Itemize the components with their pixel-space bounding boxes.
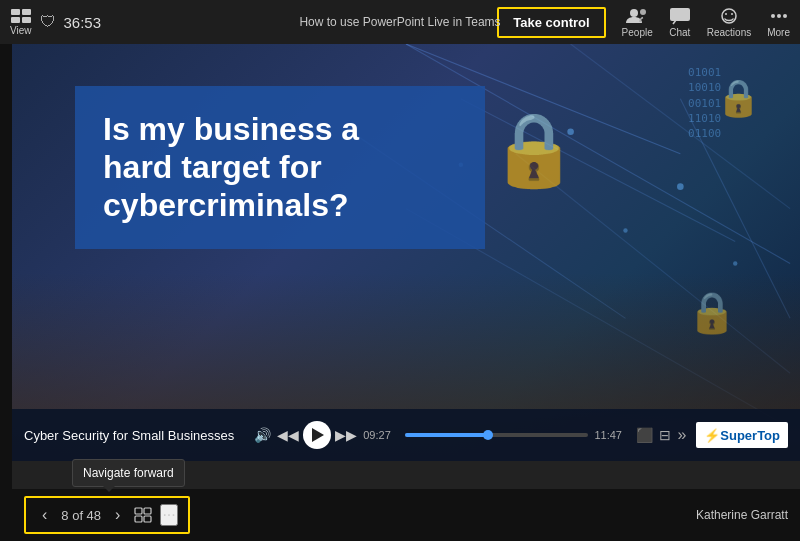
logo-text: ⚡SuperTop bbox=[704, 428, 780, 443]
top-bar-left: View 🛡 36:53 bbox=[10, 9, 101, 36]
svg-point-19 bbox=[733, 261, 737, 265]
forward-button[interactable]: ▶▶ bbox=[335, 427, 357, 443]
left-sidebar bbox=[0, 44, 12, 541]
window-title: How to use PowerPoint Live in Teams bbox=[299, 15, 500, 29]
reactions-nav[interactable]: Reactions bbox=[707, 7, 751, 38]
slide-nav-controls: ‹ 8 of 48 › ··· bbox=[24, 496, 190, 534]
more-label: More bbox=[767, 27, 790, 38]
audio-player: 🔊 ◀◀ ▶▶ 09:27 11:47 ⬛ bbox=[254, 421, 686, 449]
logo-area: ⚡SuperTop bbox=[696, 422, 788, 448]
more-icon bbox=[768, 7, 790, 25]
time-start: 09:27 bbox=[363, 429, 399, 441]
timer-display: 36:53 bbox=[64, 14, 102, 31]
slide-title-box: Is my business a hard target for cybercr… bbox=[75, 86, 485, 249]
people-label: People bbox=[622, 27, 653, 38]
view-icon bbox=[11, 9, 31, 23]
prev-slide-button[interactable]: ‹ bbox=[36, 502, 53, 528]
navigate-forward-tooltip: Navigate forward bbox=[72, 459, 185, 487]
svg-rect-24 bbox=[135, 516, 142, 522]
svg-rect-22 bbox=[135, 508, 142, 514]
svg-point-7 bbox=[777, 14, 781, 18]
chat-nav[interactable]: Chat bbox=[669, 7, 691, 38]
time-end: 11:47 bbox=[594, 429, 630, 441]
chat-label: Chat bbox=[669, 27, 690, 38]
svg-rect-23 bbox=[144, 508, 151, 514]
player-controls: ◀◀ ▶▶ bbox=[277, 421, 357, 449]
rewind-button[interactable]: ◀◀ bbox=[277, 427, 299, 443]
play-button[interactable] bbox=[303, 421, 331, 449]
svg-rect-2 bbox=[670, 8, 690, 21]
svg-point-20 bbox=[623, 228, 627, 232]
slide-subtitle: Cyber Security for Small Businesses bbox=[24, 428, 234, 443]
main-area: 01001 10010 00101 11010 01100 🔒 🔒 🔒 Is m… bbox=[0, 44, 800, 541]
svg-point-5 bbox=[731, 13, 733, 15]
slide-bottom-bar: Cyber Security for Small Businesses 🔊 ◀◀… bbox=[12, 409, 800, 461]
user-name: Katherine Garratt bbox=[696, 508, 788, 522]
top-bar-right: Take control People Chat bbox=[497, 7, 790, 38]
svg-point-0 bbox=[630, 9, 638, 17]
people-icon bbox=[626, 7, 648, 25]
screen-icon[interactable]: ⬛ bbox=[636, 427, 653, 443]
play-triangle bbox=[312, 428, 324, 442]
view-label: View bbox=[10, 25, 32, 36]
lock-small-icon: 🔒 bbox=[716, 77, 761, 119]
more-nav[interactable]: More bbox=[767, 7, 790, 38]
reactions-label: Reactions bbox=[707, 27, 751, 38]
reactions-icon bbox=[718, 7, 740, 25]
volume-icon[interactable]: 🔊 bbox=[254, 427, 271, 443]
slide-counter: 8 of 48 bbox=[61, 508, 101, 523]
people-nav[interactable]: People bbox=[622, 7, 653, 38]
thumbnail-icon[interactable] bbox=[134, 507, 152, 523]
svg-point-4 bbox=[725, 13, 727, 15]
svg-rect-25 bbox=[144, 516, 151, 522]
lock-main-icon: 🔒 bbox=[489, 107, 579, 192]
bottom-controls: ‹ 8 of 48 › ··· Navigate forward Katheri… bbox=[12, 489, 800, 541]
svg-point-8 bbox=[783, 14, 787, 18]
svg-point-1 bbox=[640, 9, 646, 15]
progress-bar[interactable] bbox=[405, 433, 588, 437]
more-slides-button[interactable]: ··· bbox=[160, 504, 177, 526]
svg-point-6 bbox=[771, 14, 775, 18]
shield-icon: 🛡 bbox=[40, 13, 56, 31]
svg-point-18 bbox=[677, 183, 684, 190]
progress-fill bbox=[405, 433, 487, 437]
take-control-button[interactable]: Take control bbox=[497, 7, 605, 38]
cc-icon[interactable]: ⊟ bbox=[659, 427, 671, 443]
svg-line-13 bbox=[571, 44, 790, 209]
top-bar: View 🛡 36:53 How to use PowerPoint Live … bbox=[0, 0, 800, 44]
view-button[interactable]: View bbox=[10, 9, 32, 36]
lock-bottom-icon: 🔒 bbox=[687, 289, 737, 336]
slide-background: 01001 10010 00101 11010 01100 🔒 🔒 🔒 Is m… bbox=[12, 44, 800, 461]
skip-icon[interactable]: » bbox=[677, 426, 686, 444]
slide-title: Is my business a hard target for cybercr… bbox=[103, 110, 457, 225]
slide-container: 01001 10010 00101 11010 01100 🔒 🔒 🔒 Is m… bbox=[12, 44, 800, 541]
next-slide-button[interactable]: › bbox=[109, 502, 126, 528]
progress-dot bbox=[483, 430, 493, 440]
chat-icon bbox=[669, 7, 691, 25]
